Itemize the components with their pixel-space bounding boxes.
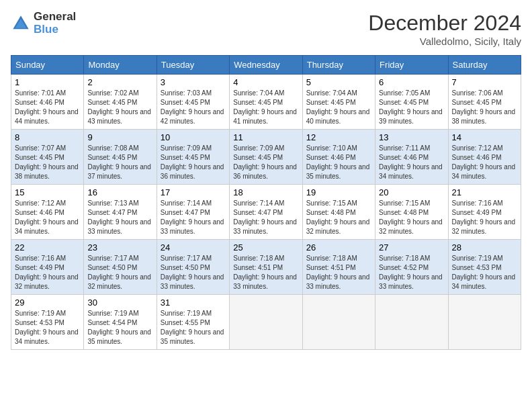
calendar-cell: 22Sunrise: 7:16 AMSunset: 4:49 PMDayligh… [11, 240, 84, 295]
day-number: 8 [15, 132, 80, 142]
title-area: December 2024 Valledolmo, Sicily, Italy [368, 11, 521, 47]
calendar-cell [448, 295, 521, 350]
day-number: 28 [452, 242, 517, 253]
day-number: 11 [233, 132, 298, 142]
day-info: Sunrise: 7:17 AMSunset: 4:50 PMDaylight:… [87, 254, 152, 291]
day-number: 31 [161, 298, 226, 308]
calendar-cell: 26Sunrise: 7:18 AMSunset: 4:51 PMDayligh… [302, 240, 375, 295]
logo: General Blue [11, 11, 76, 36]
day-number: 14 [452, 132, 517, 142]
calendar-cell: 19Sunrise: 7:15 AMSunset: 4:48 PMDayligh… [302, 185, 375, 240]
day-info: Sunrise: 7:13 AMSunset: 4:47 PMDaylight:… [87, 199, 152, 236]
calendar-week-row: 29Sunrise: 7:19 AMSunset: 4:53 PMDayligh… [11, 295, 521, 350]
day-number: 6 [379, 77, 444, 87]
day-info: Sunrise: 7:12 AMSunset: 4:46 PMDaylight:… [452, 144, 517, 181]
calendar-cell: 9Sunrise: 7:08 AMSunset: 4:45 PMDaylight… [84, 130, 157, 185]
calendar-cell: 6Sunrise: 7:05 AMSunset: 4:45 PMDaylight… [375, 75, 448, 130]
day-info: Sunrise: 7:08 AMSunset: 4:45 PMDaylight:… [87, 144, 152, 181]
calendar-cell [375, 295, 448, 350]
calendar-cell: 5Sunrise: 7:04 AMSunset: 4:45 PMDaylight… [302, 75, 375, 130]
day-info: Sunrise: 7:02 AMSunset: 4:45 PMDaylight:… [87, 89, 152, 126]
day-number: 25 [233, 242, 298, 253]
day-number: 22 [15, 242, 80, 253]
day-number: 23 [87, 242, 152, 253]
calendar-cell: 25Sunrise: 7:18 AMSunset: 4:51 PMDayligh… [230, 240, 302, 295]
day-number: 5 [306, 77, 371, 87]
day-info: Sunrise: 7:04 AMSunset: 4:45 PMDaylight:… [233, 89, 298, 126]
day-number: 18 [233, 187, 298, 197]
day-info: Sunrise: 7:14 AMSunset: 4:47 PMDaylight:… [161, 199, 226, 236]
day-info: Sunrise: 7:14 AMSunset: 4:47 PMDaylight:… [233, 199, 298, 236]
header-wednesday: Wednesday [230, 56, 302, 75]
calendar-cell: 7Sunrise: 7:06 AMSunset: 4:45 PMDaylight… [448, 75, 521, 130]
month-year: December 2024 [368, 11, 521, 36]
day-number: 26 [306, 242, 371, 253]
calendar-cell: 29Sunrise: 7:19 AMSunset: 4:53 PMDayligh… [11, 295, 84, 350]
day-info: Sunrise: 7:09 AMSunset: 4:45 PMDaylight:… [161, 144, 226, 181]
day-number: 9 [87, 132, 152, 142]
calendar-cell: 18Sunrise: 7:14 AMSunset: 4:47 PMDayligh… [230, 185, 302, 240]
day-number: 29 [15, 298, 80, 308]
day-number: 19 [306, 187, 371, 197]
calendar-week-row: 8Sunrise: 7:07 AMSunset: 4:45 PMDaylight… [11, 130, 521, 185]
day-info: Sunrise: 7:18 AMSunset: 4:52 PMDaylight:… [379, 254, 444, 291]
day-info: Sunrise: 7:10 AMSunset: 4:46 PMDaylight:… [306, 144, 371, 181]
day-info: Sunrise: 7:19 AMSunset: 4:53 PMDaylight:… [452, 254, 517, 291]
day-number: 10 [161, 132, 226, 142]
calendar-cell: 31Sunrise: 7:19 AMSunset: 4:55 PMDayligh… [157, 295, 229, 350]
calendar-cell: 17Sunrise: 7:14 AMSunset: 4:47 PMDayligh… [157, 185, 229, 240]
calendar-cell [302, 295, 375, 350]
calendar-cell: 12Sunrise: 7:10 AMSunset: 4:46 PMDayligh… [302, 130, 375, 185]
calendar-cell: 23Sunrise: 7:17 AMSunset: 4:50 PMDayligh… [84, 240, 157, 295]
day-info: Sunrise: 7:11 AMSunset: 4:46 PMDaylight:… [379, 144, 444, 181]
day-info: Sunrise: 7:18 AMSunset: 4:51 PMDaylight:… [233, 254, 298, 291]
day-info: Sunrise: 7:09 AMSunset: 4:45 PMDaylight:… [233, 144, 298, 181]
day-number: 21 [452, 187, 517, 197]
calendar-week-row: 15Sunrise: 7:12 AMSunset: 4:46 PMDayligh… [11, 185, 521, 240]
day-info: Sunrise: 7:19 AMSunset: 4:55 PMDaylight:… [161, 309, 226, 347]
header-tuesday: Tuesday [157, 56, 229, 75]
calendar-cell: 16Sunrise: 7:13 AMSunset: 4:47 PMDayligh… [84, 185, 157, 240]
day-number: 20 [379, 187, 444, 197]
day-info: Sunrise: 7:04 AMSunset: 4:45 PMDaylight:… [306, 89, 371, 126]
day-number: 13 [379, 132, 444, 142]
day-info: Sunrise: 7:12 AMSunset: 4:46 PMDaylight:… [15, 199, 80, 236]
day-info: Sunrise: 7:16 AMSunset: 4:49 PMDaylight:… [452, 199, 517, 236]
calendar-cell: 10Sunrise: 7:09 AMSunset: 4:45 PMDayligh… [157, 130, 229, 185]
day-number: 3 [161, 77, 226, 87]
calendar-cell: 20Sunrise: 7:15 AMSunset: 4:48 PMDayligh… [375, 185, 448, 240]
day-info: Sunrise: 7:18 AMSunset: 4:51 PMDaylight:… [306, 254, 371, 291]
day-info: Sunrise: 7:01 AMSunset: 4:46 PMDaylight:… [15, 89, 80, 126]
calendar-cell: 8Sunrise: 7:07 AMSunset: 4:45 PMDaylight… [11, 130, 84, 185]
logo-general: General [34, 11, 76, 24]
day-number: 30 [87, 298, 152, 308]
day-number: 24 [161, 242, 226, 253]
day-number: 1 [15, 77, 80, 87]
day-info: Sunrise: 7:19 AMSunset: 4:53 PMDaylight:… [15, 309, 80, 347]
day-info: Sunrise: 7:17 AMSunset: 4:50 PMDaylight:… [161, 254, 226, 291]
calendar-cell: 15Sunrise: 7:12 AMSunset: 4:46 PMDayligh… [11, 185, 84, 240]
calendar-cell: 11Sunrise: 7:09 AMSunset: 4:45 PMDayligh… [230, 130, 302, 185]
calendar-cell: 30Sunrise: 7:19 AMSunset: 4:54 PMDayligh… [84, 295, 157, 350]
calendar-cell: 4Sunrise: 7:04 AMSunset: 4:45 PMDaylight… [230, 75, 302, 130]
calendar-cell: 28Sunrise: 7:19 AMSunset: 4:53 PMDayligh… [448, 240, 521, 295]
day-number: 27 [379, 242, 444, 253]
day-number: 4 [233, 77, 298, 87]
day-number: 15 [15, 187, 80, 197]
day-number: 17 [161, 187, 226, 197]
day-info: Sunrise: 7:06 AMSunset: 4:45 PMDaylight:… [452, 89, 517, 126]
calendar-cell: 13Sunrise: 7:11 AMSunset: 4:46 PMDayligh… [375, 130, 448, 185]
logo-icon [11, 13, 31, 34]
day-info: Sunrise: 7:15 AMSunset: 4:48 PMDaylight:… [306, 199, 371, 236]
calendar-cell: 1Sunrise: 7:01 AMSunset: 4:46 PMDaylight… [11, 75, 84, 130]
calendar-cell: 3Sunrise: 7:03 AMSunset: 4:45 PMDaylight… [157, 75, 229, 130]
day-info: Sunrise: 7:16 AMSunset: 4:49 PMDaylight:… [15, 254, 80, 291]
day-number: 16 [87, 187, 152, 197]
calendar-week-row: 1Sunrise: 7:01 AMSunset: 4:46 PMDaylight… [11, 75, 521, 130]
calendar-cell: 14Sunrise: 7:12 AMSunset: 4:46 PMDayligh… [448, 130, 521, 185]
calendar-header-row: SundayMondayTuesdayWednesdayThursdayFrid… [11, 56, 521, 75]
day-number: 7 [452, 77, 517, 87]
calendar-table: SundayMondayTuesdayWednesdayThursdayFrid… [11, 55, 521, 350]
header-saturday: Saturday [448, 56, 521, 75]
day-number: 12 [306, 132, 371, 142]
